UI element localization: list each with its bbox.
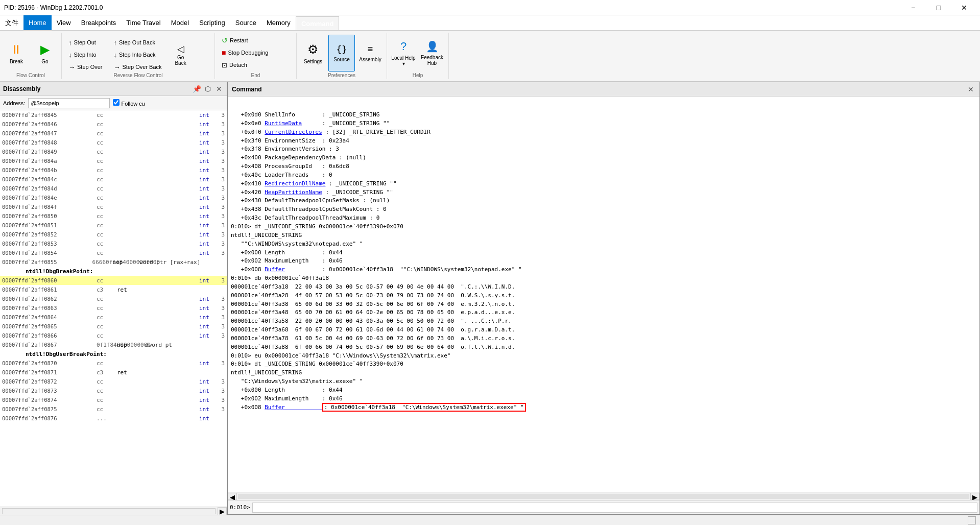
panel-pin-button[interactable]: 📌 xyxy=(192,84,201,93)
table-row[interactable]: 00007ffd`2aff084accint3 xyxy=(0,156,227,165)
go-button[interactable]: ▶ Go xyxy=(32,35,58,71)
menu-item-breakpoints[interactable]: Breakpoints xyxy=(76,15,122,30)
table-row[interactable]: 00007ffd`2aff084eccint3 xyxy=(0,193,227,202)
menu-item-command[interactable]: Command xyxy=(296,16,340,30)
close-button[interactable]: ✕ xyxy=(952,0,976,15)
cmd-scroll-left[interactable]: ◀ xyxy=(228,493,237,500)
dis-bytes: cc xyxy=(97,296,117,302)
step-into-back-button[interactable]: ↓ Step Into Back xyxy=(110,49,159,60)
step-into-button[interactable]: ↓ Step Into xyxy=(65,49,100,60)
cmd-h-track[interactable] xyxy=(238,494,969,499)
maximize-button[interactable]: □ xyxy=(927,0,950,15)
table-row[interactable]: 00007ffd`2aff0874ccint3 xyxy=(0,395,227,404)
dis-type: int xyxy=(199,250,214,256)
table-row[interactable]: 00007ffd`2aff0849ccint3 xyxy=(0,147,227,156)
reverse-flow-label: Reverse Flow Control xyxy=(65,73,211,79)
restart-label: Restart xyxy=(230,37,248,43)
minimize-button[interactable]: − xyxy=(901,0,925,15)
table-row[interactable]: 00007ffd`2aff0854ccint3 xyxy=(0,248,227,257)
table-row[interactable]: 00007ffd`2aff085566660f1f840000000000nop… xyxy=(0,257,227,267)
step-out-button[interactable]: ↑ Step Out xyxy=(65,37,100,48)
go-back-col: ◁ GoBack xyxy=(170,35,192,73)
table-row[interactable]: 00007ffd`2aff084fccint3 xyxy=(0,202,227,211)
command-link[interactable]: RedirectionDllName xyxy=(265,180,325,187)
command-link[interactable]: HeapPartitionName xyxy=(265,189,322,196)
detach-label: Detach xyxy=(229,62,247,68)
dis-num: 3 xyxy=(214,241,225,247)
table-row[interactable]: 00007ffd`2aff0872ccint3 xyxy=(0,377,227,386)
menu-item-scripting[interactable]: Scripting xyxy=(194,15,230,30)
table-row[interactable]: 00007ffd`2aff084bccint3 xyxy=(0,165,227,175)
table-row[interactable]: 00007ffd`2aff0851ccint3 xyxy=(0,221,227,230)
dis-num: 3 xyxy=(214,158,225,164)
settings-button[interactable]: ⚙ Settings xyxy=(300,35,326,71)
command-link[interactable]: RuntimeData xyxy=(265,120,302,127)
menu-item-文件[interactable]: 文件 xyxy=(0,15,23,30)
list-item: +0x008 Buffer : 0x000001ce`40ff3a18 ""C:… xyxy=(230,266,977,274)
table-row[interactable]: 00007ffd`2aff0860ccint3 xyxy=(0,276,227,285)
table-row[interactable]: 00007ffd`2aff084dccint3 xyxy=(0,184,227,193)
table-row[interactable]: 00007ffd`2aff0862ccint3 xyxy=(0,294,227,303)
command-link[interactable]: Buffer xyxy=(265,266,285,273)
feedback-hub-button[interactable]: 👤 Feedback Hub xyxy=(419,35,445,71)
dis-address: 00007ffd`2aff0855 xyxy=(2,259,92,265)
detach-button[interactable]: ⊡ Detach xyxy=(218,59,251,70)
dis-bytes: cc xyxy=(97,130,117,137)
step-over-back-button[interactable]: → Step Over Back xyxy=(110,61,165,73)
command-close-button[interactable]: ✕ xyxy=(966,85,975,94)
menu-item-home[interactable]: Home xyxy=(23,15,52,30)
scroll-right-button[interactable]: ▶ xyxy=(218,507,227,515)
follow-cursor-checkbox[interactable] xyxy=(113,99,119,106)
table-row[interactable]: 00007ffd`2aff0876...int xyxy=(0,414,227,423)
table-row[interactable]: 00007ffd`2aff0848ccint3 xyxy=(0,138,227,147)
table-row[interactable]: 00007ffd`2aff0870ccint3 xyxy=(0,359,227,368)
dis-num: 3 xyxy=(214,222,225,229)
address-input[interactable] xyxy=(28,98,110,108)
table-row[interactable]: 00007ffd`2aff0850ccint3 xyxy=(0,211,227,221)
cmd-scroll-right[interactable]: ▶ xyxy=(970,493,979,500)
h-scroll-track[interactable] xyxy=(2,508,216,514)
end-label: End xyxy=(218,73,293,79)
dis-h-scrollbar[interactable]: ▶ xyxy=(0,507,227,515)
table-row[interactable]: 00007ffd`2aff0871c3ret xyxy=(0,368,227,377)
disassembly-content[interactable]: 00007ffd`2aff0845ccint300007ffd`2aff0846… xyxy=(0,110,227,507)
cmd-h-scrollbar[interactable]: ◀ ▶ xyxy=(228,492,979,500)
menu-item-view[interactable]: View xyxy=(52,15,76,30)
panel-close-button[interactable]: ✕ xyxy=(214,84,224,93)
table-row[interactable]: 00007ffd`2aff0873ccint3 xyxy=(0,386,227,395)
local-help-button[interactable]: ? Local Help ▾ xyxy=(390,35,417,71)
menu-item-model[interactable]: Model xyxy=(166,15,194,30)
stop-debugging-button[interactable]: ■ Stop Debugging xyxy=(218,47,272,58)
buffer-link[interactable]: Buffer xyxy=(265,404,322,411)
command-content[interactable]: +0x0d0 ShellInfo : _UNICODE_STRING +0x0e… xyxy=(228,97,979,492)
step-out-back-button[interactable]: ↑ Step Out Back xyxy=(110,37,159,48)
cmd-scrollbar-row: ◀ ▶ xyxy=(228,492,979,500)
step-over-button[interactable]: → Step Over xyxy=(65,61,106,73)
table-row[interactable]: 00007ffd`2aff0875ccint3 xyxy=(0,404,227,414)
menu-item-source[interactable]: Source xyxy=(230,15,261,30)
table-row[interactable]: 00007ffd`2aff0863ccint3 xyxy=(0,303,227,313)
table-row[interactable]: 00007ffd`2aff0865ccint3 xyxy=(0,322,227,331)
table-row[interactable]: 00007ffd`2aff0845ccint3 xyxy=(0,110,227,120)
table-row[interactable]: 00007ffd`2aff0852ccint3 xyxy=(0,230,227,239)
menu-item-memory[interactable]: Memory xyxy=(261,15,296,30)
menu-item-time-travel[interactable]: Time Travel xyxy=(121,15,165,30)
dis-bytes: cc xyxy=(97,149,117,155)
panel-popout-button[interactable]: ⬡ xyxy=(203,84,212,93)
table-row[interactable]: 00007ffd`2aff0853ccint3 xyxy=(0,239,227,248)
command-link[interactable]: CurrentDirectores xyxy=(265,129,322,135)
restart-button[interactable]: ↺ Restart xyxy=(218,35,251,46)
table-row[interactable]: 00007ffd`2aff0866ccint3 xyxy=(0,331,227,340)
table-row[interactable]: 00007ffd`2aff0861c3ret xyxy=(0,285,227,294)
table-row[interactable]: 00007ffd`2aff0847ccint3 xyxy=(0,129,227,138)
table-row[interactable]: 00007ffd`2aff0864ccint3 xyxy=(0,313,227,322)
command-input[interactable] xyxy=(252,503,977,513)
go-back-button[interactable]: ◁ GoBack xyxy=(170,40,192,69)
table-row[interactable]: 00007ffd`2aff0846ccint3 xyxy=(0,120,227,129)
break-button[interactable]: ⏸ Break xyxy=(3,35,30,71)
table-row[interactable]: 00007ffd`2aff084cccint3 xyxy=(0,175,227,184)
assembly-button[interactable]: ≡ Assembly xyxy=(357,35,384,71)
ribbon-group-reverse: ↑ Step Out ↓ Step Into → Step Over ↑ Ste… xyxy=(62,33,215,79)
table-row[interactable]: 00007ffd`2aff08670f1f840000000000nopdwor… xyxy=(0,340,227,349)
source-button[interactable]: {} Source xyxy=(328,35,355,71)
